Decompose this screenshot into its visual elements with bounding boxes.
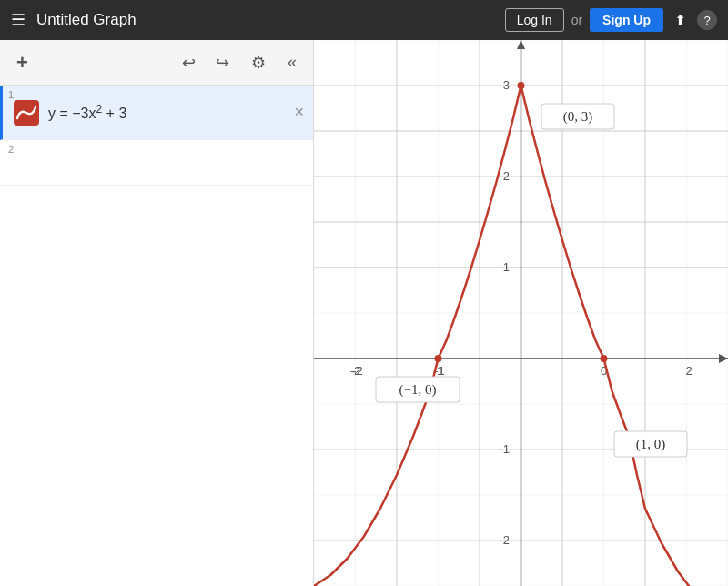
expression-color-icon [12, 98, 41, 127]
collapse-button[interactable]: « [282, 49, 302, 76]
sidebar-toolbar: + ↩ ↪ ⚙ « [0, 40, 313, 86]
header-actions: Log In or Sign Up ⬆ ? [505, 8, 717, 33]
svg-text:-2: -2 [352, 364, 363, 378]
svg-text:3: 3 [503, 78, 510, 92]
expression-close-button[interactable]: × [285, 99, 313, 126]
graph-canvas: -2 -1 0 3 2 1 -1 -2 -2 [314, 40, 728, 586]
share-icon[interactable]: ⬆ [671, 8, 690, 33]
expression-formula[interactable]: y = −3x2 + 3 [48, 99, 285, 126]
svg-text:(−1, 0): (−1, 0) [399, 382, 437, 398]
svg-point-53 [518, 82, 525, 89]
settings-button[interactable]: ⚙ [246, 49, 271, 76]
undo-button[interactable]: ↩ [177, 49, 201, 76]
svg-text:-2: -2 [499, 533, 510, 547]
svg-text:-1: -1 [499, 442, 510, 456]
svg-point-54 [435, 355, 442, 362]
login-button[interactable]: Log In [505, 8, 564, 32]
svg-text:(0, 3): (0, 3) [563, 109, 593, 125]
expression-number: 2 [8, 144, 14, 155]
svg-point-55 [601, 355, 608, 362]
or-label: or [571, 13, 582, 27]
menu-icon[interactable]: ☰ [11, 10, 25, 30]
signup-button[interactable]: Sign Up [590, 8, 663, 32]
sidebar: + ↩ ↪ ⚙ « 1 y = −3x2 + 3 [0, 40, 314, 586]
redo-button[interactable]: ↪ [210, 49, 235, 76]
main-layout: + ↩ ↪ ⚙ « 1 y = −3x2 + 3 [0, 40, 728, 586]
add-expression-button[interactable]: + [11, 47, 34, 78]
expression-number: 1 [8, 89, 14, 100]
expression-formula-empty[interactable] [48, 159, 313, 167]
svg-text:(1, 0): (1, 0) [636, 437, 666, 452]
svg-text:2: 2 [503, 169, 510, 183]
expression-item-empty[interactable]: 2 [0, 140, 313, 186]
help-icon[interactable]: ? [697, 10, 717, 30]
app-header: ☰ Untitled Graph Log In or Sign Up ⬆ ? [0, 0, 728, 40]
svg-text:2: 2 [685, 364, 692, 378]
svg-text:1: 1 [503, 260, 510, 274]
app-title: Untitled Graph [36, 11, 494, 29]
expression-color-icon-empty [12, 148, 41, 177]
expression-item[interactable]: 1 y = −3x2 + 3 × [0, 86, 313, 140]
graph-area[interactable]: -2 -1 0 3 2 1 -1 -2 -2 [314, 40, 728, 586]
expression-list: 1 y = −3x2 + 3 × 2 [0, 86, 313, 586]
